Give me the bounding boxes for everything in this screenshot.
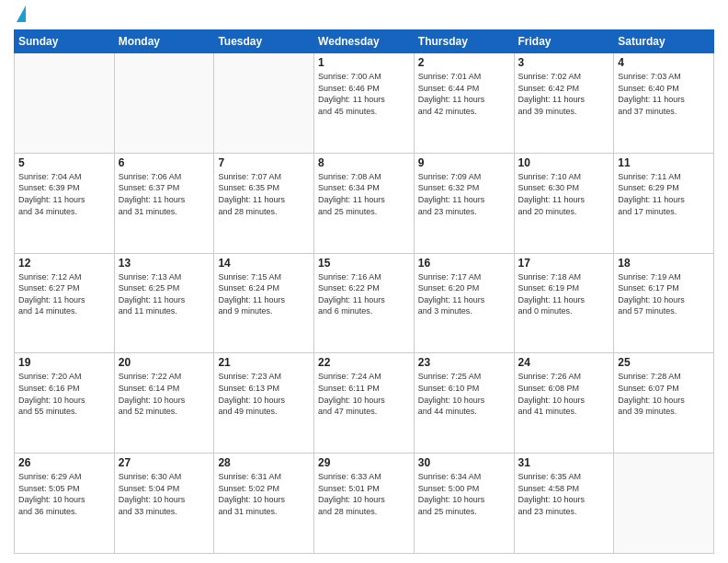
calendar-cell: 3Sunrise: 7:02 AM Sunset: 6:42 PM Daylig… — [514, 53, 614, 154]
calendar-cell: 6Sunrise: 7:06 AM Sunset: 6:37 PM Daylig… — [114, 153, 214, 253]
day-number: 24 — [518, 356, 610, 369]
calendar-cell: 24Sunrise: 7:26 AM Sunset: 6:08 PM Dayli… — [514, 353, 614, 454]
day-number: 16 — [418, 257, 510, 270]
calendar-cell: 17Sunrise: 7:18 AM Sunset: 6:19 PM Dayli… — [514, 253, 614, 353]
day-info: Sunrise: 6:33 AM Sunset: 5:01 PM Dayligh… — [318, 471, 410, 517]
calendar-cell: 29Sunrise: 6:33 AM Sunset: 5:01 PM Dayli… — [314, 454, 415, 554]
day-info: Sunrise: 7:00 AM Sunset: 6:46 PM Dayligh… — [318, 71, 410, 117]
calendar-cell: 20Sunrise: 7:22 AM Sunset: 6:14 PM Dayli… — [114, 353, 214, 454]
day-info: Sunrise: 7:28 AM Sunset: 6:07 PM Dayligh… — [618, 371, 710, 417]
day-info: Sunrise: 7:10 AM Sunset: 6:30 PM Dayligh… — [518, 171, 610, 217]
calendar-cell: 30Sunrise: 6:34 AM Sunset: 5:00 PM Dayli… — [414, 454, 514, 554]
day-info: Sunrise: 7:26 AM Sunset: 6:08 PM Dayligh… — [518, 371, 610, 417]
calendar-table: SundayMondayTuesdayWednesdayThursdayFrid… — [14, 29, 714, 554]
day-number: 23 — [418, 356, 510, 369]
day-info: Sunrise: 7:18 AM Sunset: 6:19 PM Dayligh… — [518, 271, 610, 317]
logo — [14, 9, 26, 22]
calendar-cell: 21Sunrise: 7:23 AM Sunset: 6:13 PM Dayli… — [214, 353, 314, 454]
day-number: 21 — [218, 356, 310, 369]
calendar-cell: 26Sunrise: 6:29 AM Sunset: 5:05 PM Dayli… — [15, 454, 115, 554]
day-number: 13 — [119, 257, 210, 270]
day-info: Sunrise: 7:13 AM Sunset: 6:25 PM Dayligh… — [119, 271, 210, 317]
calendar-cell: 10Sunrise: 7:10 AM Sunset: 6:30 PM Dayli… — [514, 153, 614, 253]
day-info: Sunrise: 7:02 AM Sunset: 6:42 PM Dayligh… — [518, 71, 610, 117]
calendar-cell: 13Sunrise: 7:13 AM Sunset: 6:25 PM Dayli… — [114, 253, 214, 353]
day-number: 2 — [418, 56, 510, 69]
day-number: 3 — [518, 56, 610, 69]
day-number: 1 — [318, 56, 410, 69]
day-number: 20 — [119, 356, 210, 369]
calendar-cell: 8Sunrise: 7:08 AM Sunset: 6:34 PM Daylig… — [314, 153, 415, 253]
weekday-header-monday: Monday — [114, 30, 214, 53]
week-row-1: 1Sunrise: 7:00 AM Sunset: 6:46 PM Daylig… — [15, 53, 714, 154]
day-info: Sunrise: 7:12 AM Sunset: 6:27 PM Dayligh… — [18, 271, 110, 317]
day-info: Sunrise: 7:24 AM Sunset: 6:11 PM Dayligh… — [318, 371, 410, 417]
calendar-cell: 31Sunrise: 6:35 AM Sunset: 4:58 PM Dayli… — [514, 454, 614, 554]
day-number: 5 — [18, 156, 110, 169]
weekday-header-wednesday: Wednesday — [314, 30, 415, 53]
day-info: Sunrise: 7:06 AM Sunset: 6:37 PM Dayligh… — [119, 171, 210, 217]
day-info: Sunrise: 6:30 AM Sunset: 5:04 PM Dayligh… — [119, 471, 210, 517]
day-number: 11 — [618, 156, 710, 169]
page: SundayMondayTuesdayWednesdayThursdayFrid… — [0, 0, 728, 563]
day-number: 12 — [18, 257, 110, 270]
header — [14, 9, 714, 22]
day-info: Sunrise: 6:34 AM Sunset: 5:00 PM Dayligh… — [418, 471, 510, 517]
day-number: 8 — [318, 156, 410, 169]
day-number: 14 — [218, 257, 310, 270]
day-number: 9 — [418, 156, 510, 169]
day-number: 28 — [218, 456, 310, 469]
day-info: Sunrise: 7:25 AM Sunset: 6:10 PM Dayligh… — [418, 371, 510, 417]
calendar-cell: 28Sunrise: 6:31 AM Sunset: 5:02 PM Dayli… — [214, 454, 314, 554]
calendar-cell: 22Sunrise: 7:24 AM Sunset: 6:11 PM Dayli… — [314, 353, 415, 454]
calendar-cell: 5Sunrise: 7:04 AM Sunset: 6:39 PM Daylig… — [15, 153, 115, 253]
day-info: Sunrise: 7:03 AM Sunset: 6:40 PM Dayligh… — [618, 71, 710, 117]
calendar-cell — [214, 53, 314, 154]
week-row-3: 12Sunrise: 7:12 AM Sunset: 6:27 PM Dayli… — [15, 253, 714, 353]
day-number: 25 — [618, 356, 710, 369]
calendar-cell: 2Sunrise: 7:01 AM Sunset: 6:44 PM Daylig… — [414, 53, 514, 154]
day-number: 30 — [418, 456, 510, 469]
day-number: 27 — [119, 456, 210, 469]
day-info: Sunrise: 6:31 AM Sunset: 5:02 PM Dayligh… — [218, 471, 310, 517]
calendar-cell: 16Sunrise: 7:17 AM Sunset: 6:20 PM Dayli… — [414, 253, 514, 353]
calendar-cell: 15Sunrise: 7:16 AM Sunset: 6:22 PM Dayli… — [314, 253, 415, 353]
day-number: 15 — [318, 257, 410, 270]
day-number: 18 — [618, 257, 710, 270]
calendar-cell: 19Sunrise: 7:20 AM Sunset: 6:16 PM Dayli… — [15, 353, 115, 454]
day-info: Sunrise: 7:11 AM Sunset: 6:29 PM Dayligh… — [618, 171, 710, 217]
calendar-cell: 11Sunrise: 7:11 AM Sunset: 6:29 PM Dayli… — [614, 153, 714, 253]
day-number: 6 — [119, 156, 210, 169]
day-number: 4 — [618, 56, 710, 69]
day-number: 29 — [318, 456, 410, 469]
day-info: Sunrise: 7:01 AM Sunset: 6:44 PM Dayligh… — [418, 71, 510, 117]
week-row-2: 5Sunrise: 7:04 AM Sunset: 6:39 PM Daylig… — [15, 153, 714, 253]
day-number: 19 — [18, 356, 110, 369]
calendar-cell: 14Sunrise: 7:15 AM Sunset: 6:24 PM Dayli… — [214, 253, 314, 353]
day-number: 31 — [518, 456, 610, 469]
calendar-cell: 18Sunrise: 7:19 AM Sunset: 6:17 PM Dayli… — [614, 253, 714, 353]
weekday-header-thursday: Thursday — [414, 30, 514, 53]
day-number: 26 — [18, 456, 110, 469]
day-info: Sunrise: 7:04 AM Sunset: 6:39 PM Dayligh… — [18, 171, 110, 217]
calendar-cell: 9Sunrise: 7:09 AM Sunset: 6:32 PM Daylig… — [414, 153, 514, 253]
calendar-cell — [15, 53, 115, 154]
day-info: Sunrise: 7:17 AM Sunset: 6:20 PM Dayligh… — [418, 271, 510, 317]
day-number: 17 — [518, 257, 610, 270]
weekday-header-sunday: Sunday — [15, 30, 115, 53]
calendar-cell: 27Sunrise: 6:30 AM Sunset: 5:04 PM Dayli… — [114, 454, 214, 554]
calendar-cell — [114, 53, 214, 154]
day-info: Sunrise: 7:23 AM Sunset: 6:13 PM Dayligh… — [218, 371, 310, 417]
calendar-cell — [614, 454, 714, 554]
weekday-header-tuesday: Tuesday — [214, 30, 314, 53]
day-info: Sunrise: 7:16 AM Sunset: 6:22 PM Dayligh… — [318, 271, 410, 317]
day-info: Sunrise: 7:19 AM Sunset: 6:17 PM Dayligh… — [618, 271, 710, 317]
day-info: Sunrise: 7:07 AM Sunset: 6:35 PM Dayligh… — [218, 171, 310, 217]
week-row-5: 26Sunrise: 6:29 AM Sunset: 5:05 PM Dayli… — [15, 454, 714, 554]
calendar-cell: 25Sunrise: 7:28 AM Sunset: 6:07 PM Dayli… — [614, 353, 714, 454]
day-number: 22 — [318, 356, 410, 369]
day-info: Sunrise: 7:20 AM Sunset: 6:16 PM Dayligh… — [18, 371, 110, 417]
weekday-header-friday: Friday — [514, 30, 614, 53]
day-info: Sunrise: 7:09 AM Sunset: 6:32 PM Dayligh… — [418, 171, 510, 217]
week-row-4: 19Sunrise: 7:20 AM Sunset: 6:16 PM Dayli… — [15, 353, 714, 454]
